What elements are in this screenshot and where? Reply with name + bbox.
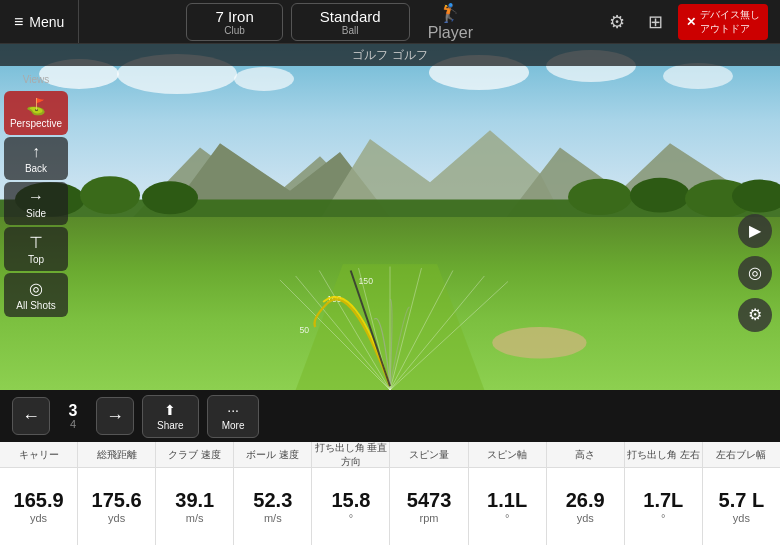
club-label: Club xyxy=(224,25,245,36)
stat-label-0: キャリー xyxy=(0,442,78,467)
stat-value-2: 39.1 xyxy=(175,489,214,511)
stat-value-7: 26.9 xyxy=(566,489,605,511)
player-selector[interactable]: 🏌️ Player xyxy=(414,0,487,46)
svg-text:150: 150 xyxy=(359,276,374,286)
stat-label-1: 総飛距離 xyxy=(78,442,156,467)
stat-label-7: 高さ xyxy=(547,442,625,467)
stats-labels-row: キャリー 総飛距離 クラブ 速度 ボール 速度 打ち出し角 垂直方向 スピン量 … xyxy=(0,442,780,468)
header: ≡ Menu 7 Iron Club Standard Ball 🏌️ Play… xyxy=(0,0,780,44)
perspective-label: Perspective xyxy=(10,118,62,129)
settings-icon-button[interactable]: ⚙ xyxy=(602,7,632,37)
prev-button[interactable]: ← xyxy=(12,397,50,435)
sidebar-item-perspective[interactable]: ⛳ Perspective xyxy=(4,91,68,135)
svg-point-7 xyxy=(142,182,198,215)
svg-point-13 xyxy=(492,327,586,358)
stat-cell-3: 52.3 m/s xyxy=(234,468,312,545)
golf-scene: 50 100 150 xyxy=(0,44,780,390)
top-label: Top xyxy=(28,254,44,265)
stat-cell-7: 26.9 yds xyxy=(547,468,625,545)
back-icon: ↑ xyxy=(32,143,40,161)
fairway-svg: 50 100 150 xyxy=(0,217,780,390)
ball-selector[interactable]: Standard Ball xyxy=(291,3,410,41)
stat-label-3: ボール 速度 xyxy=(234,442,312,467)
menu-icon: ≡ xyxy=(14,13,23,31)
stat-value-1: 175.6 xyxy=(92,489,142,511)
allshots-label: All Shots xyxy=(16,300,55,311)
stat-value-0: 165.9 xyxy=(14,489,64,511)
svg-point-9 xyxy=(630,178,690,213)
stat-unit-9: yds xyxy=(733,512,750,524)
shot-counter: 3 4 xyxy=(58,403,88,430)
svg-point-8 xyxy=(568,179,632,215)
stat-label-4: 打ち出し角 垂直方向 xyxy=(312,442,390,467)
sidebar-item-back[interactable]: ↑ Back xyxy=(4,137,68,180)
perspective-icon: ⛳ xyxy=(26,97,46,116)
sidebar-item-allshots[interactable]: ◎ All Shots xyxy=(4,273,68,317)
side-icon: → xyxy=(28,188,44,206)
back-label: Back xyxy=(25,163,47,174)
ball-label: Ball xyxy=(342,25,359,36)
stat-value-4: 15.8 xyxy=(331,489,370,511)
stat-cell-1: 175.6 yds xyxy=(78,468,156,545)
grid-icon-button[interactable]: ⊞ xyxy=(640,7,670,37)
stat-cell-0: 165.9 yds xyxy=(0,468,78,545)
stat-cell-9: 5.7 L yds xyxy=(703,468,780,545)
share-button[interactable]: ⬆ Share xyxy=(142,395,199,438)
club-value: 7 Iron xyxy=(215,8,253,25)
play-button[interactable]: ▶ xyxy=(738,214,772,248)
stat-value-3: 52.3 xyxy=(253,489,292,511)
next-button[interactable]: → xyxy=(96,397,134,435)
svg-text:50: 50 xyxy=(300,325,310,335)
stat-cell-6: 1.1L ° xyxy=(469,468,547,545)
ground: 50 100 150 xyxy=(0,217,780,390)
stat-unit-2: m/s xyxy=(186,512,204,524)
device-btn-x: ✕ xyxy=(686,15,696,29)
stat-unit-6: ° xyxy=(505,512,509,524)
header-center: 7 Iron Club Standard Ball 🏌️ Player xyxy=(79,0,590,46)
stat-label-2: クラブ 速度 xyxy=(156,442,234,467)
stat-label-6: スピン軸 xyxy=(469,442,547,467)
stat-cell-5: 5473 rpm xyxy=(390,468,468,545)
bottom-controls: ← 3 4 → ⬆ Share ··· More xyxy=(0,390,780,442)
stats-bar: キャリー 総飛距離 クラブ 速度 ボール 速度 打ち出し角 垂直方向 スピン量 … xyxy=(0,442,780,545)
shot-total: 4 xyxy=(70,419,76,430)
stats-values-row: 165.9 yds 175.6 yds 39.1 m/s 52.3 m/s 15… xyxy=(0,468,780,545)
player-icon: 🏌️ xyxy=(439,2,461,24)
club-selector[interactable]: 7 Iron Club xyxy=(186,3,282,41)
ball-value: Standard xyxy=(320,8,381,25)
header-right: ⚙ ⊞ ✕ デバイス無し アウトドア xyxy=(590,4,780,40)
more-label: More xyxy=(222,420,245,431)
right-buttons: ▶ ◎ ⚙ xyxy=(738,214,772,332)
stat-unit-3: m/s xyxy=(264,512,282,524)
sub-header: ゴルフ ゴルフ xyxy=(0,44,780,66)
stat-unit-4: ° xyxy=(349,512,353,524)
stat-value-8: 1.7L xyxy=(643,489,683,511)
menu-label: Menu xyxy=(29,14,64,30)
stat-cell-2: 39.1 m/s xyxy=(156,468,234,545)
stat-label-9: 左右ブレ幅 xyxy=(703,442,780,467)
sub-header-text: ゴルフ ゴルフ xyxy=(352,47,427,64)
more-icon: ··· xyxy=(227,402,239,418)
device-button[interactable]: ✕ デバイス無し アウトドア xyxy=(678,4,768,40)
options-button[interactable]: ⚙ xyxy=(738,298,772,332)
stat-label-5: スピン量 xyxy=(390,442,468,467)
shot-current: 3 xyxy=(69,403,78,419)
more-button[interactable]: ··· More xyxy=(207,395,260,438)
device-btn-sub: アウトドア xyxy=(700,22,760,36)
stat-unit-8: ° xyxy=(661,512,665,524)
stat-unit-1: yds xyxy=(108,512,125,524)
top-icon: ⊤ xyxy=(29,233,43,252)
stat-cell-8: 1.7L ° xyxy=(625,468,703,545)
stat-unit-0: yds xyxy=(30,512,47,524)
share-label: Share xyxy=(157,420,184,431)
share-icon: ⬆ xyxy=(164,402,176,418)
sidebar-item-top[interactable]: ⊤ Top xyxy=(4,227,68,271)
sidebar-item-side[interactable]: → Side xyxy=(4,182,68,225)
prev-icon: ← xyxy=(22,406,40,427)
stat-value-5: 5473 xyxy=(407,489,452,511)
menu-button[interactable]: ≡ Menu xyxy=(0,0,79,43)
device-btn-text: デバイス無し アウトドア xyxy=(700,8,760,36)
target-button[interactable]: ◎ xyxy=(738,256,772,290)
stat-value-6: 1.1L xyxy=(487,489,527,511)
sidebar: Views ⛳ Perspective ↑ Back → Side ⊤ Top … xyxy=(0,66,72,321)
